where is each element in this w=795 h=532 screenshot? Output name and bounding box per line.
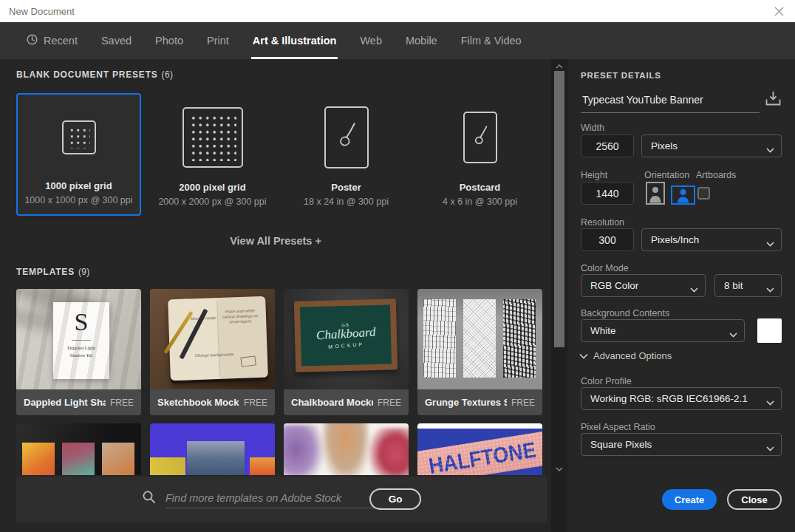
- resolution-unit-value: Pixels/Inch: [651, 234, 699, 245]
- document-name-input[interactable]: [581, 89, 760, 112]
- save-preset-icon[interactable]: [765, 90, 782, 109]
- resolution-unit-dropdown[interactable]: Pixels/Inch: [641, 228, 782, 251]
- tab-photo[interactable]: Photo: [143, 22, 195, 59]
- orientation-label: Orientation: [644, 170, 689, 180]
- preset-card-postcard[interactable]: Postcard 4 x 6 in @ 300 ppi: [417, 93, 542, 216]
- preset-row: 1000 pixel grid 1000 x 1000 px @ 300 ppi…: [16, 93, 542, 216]
- template-card-sketchbook[interactable]: Place your white canvas drawings on smar…: [150, 289, 275, 415]
- height-input[interactable]: [581, 182, 634, 205]
- search-icon: [142, 490, 156, 507]
- width-input[interactable]: [581, 134, 634, 157]
- preset-card-2000-pixel-grid[interactable]: 2000 pixel grid 2000 x 2000 px @ 300 ppi: [150, 93, 275, 216]
- advanced-options-label: Advanced Options: [593, 350, 672, 361]
- template-name: Grunge Textures Set: [425, 397, 507, 408]
- preset-card-1000-pixel-grid[interactable]: 1000 pixel grid 1000 x 1000 px @ 300 ppi: [16, 93, 141, 216]
- artboards-label: Artboards: [696, 170, 736, 180]
- new-document-dialog: New Document Recent Saved Photo Print Ar…: [0, 0, 795, 532]
- pixel-aspect-ratio-value: Square Pixels: [590, 439, 652, 450]
- artboards-checkbox[interactable]: [697, 187, 710, 200]
- resolution-label: Resolution: [581, 217, 624, 228]
- tab-art-illustration[interactable]: Art & Illustration: [241, 22, 349, 59]
- thumb-text: HALFTONE: [427, 437, 538, 475]
- scrollbar[interactable]: [551, 59, 567, 532]
- brush-icon: [324, 106, 369, 168]
- background-contents-value: White: [590, 325, 616, 336]
- tab-film-video[interactable]: Film & Video: [449, 22, 533, 59]
- template-thumbnail: [417, 289, 542, 389]
- thumb-text: MOCKUP: [328, 341, 364, 349]
- pixel-aspect-ratio-dropdown[interactable]: Square Pixels: [581, 433, 782, 456]
- chevron-down-icon: [579, 350, 588, 361]
- template-card-watercolor-washes[interactable]: [284, 423, 409, 475]
- resolution-input[interactable]: [581, 228, 634, 251]
- tab-label: Recent: [44, 35, 78, 47]
- template-card-dappled-light[interactable]: S Dappled Light Shadow Kit Dappled Light…: [16, 289, 141, 415]
- scrollbar-thumb[interactable]: [554, 71, 564, 347]
- tab-mobile[interactable]: Mobile: [394, 22, 449, 59]
- view-all-presets-link[interactable]: View All Presets +: [0, 235, 551, 247]
- tab-label: Photo: [155, 35, 183, 47]
- preset-details-panel: PRESET DETAILS Width Pixels Height Orien…: [567, 59, 795, 532]
- create-button[interactable]: Create: [662, 489, 717, 510]
- grid-icon: [62, 120, 96, 154]
- preset-spec: 18 x 24 in @ 300 ppi: [304, 197, 389, 207]
- orientation-landscape-button[interactable]: [671, 185, 695, 205]
- tab-web[interactable]: Web: [348, 22, 394, 59]
- template-name: Sketchbook Mockup: [157, 397, 239, 408]
- template-card-gradients[interactable]: [16, 423, 141, 475]
- background-color-swatch[interactable]: [757, 318, 782, 343]
- thumb-text: Place your white canvas drawings on smar…: [222, 308, 259, 325]
- tab-label: Film & Video: [461, 35, 522, 47]
- color-profile-dropdown[interactable]: Working RGB: sRGB IEC61966-2.1: [581, 387, 782, 410]
- preset-spec: 2000 x 2000 px @ 300 ppi: [158, 197, 266, 207]
- orientation-portrait-button[interactable]: [646, 182, 665, 205]
- go-button[interactable]: Go: [369, 488, 421, 510]
- tab-label: Saved: [101, 35, 132, 47]
- height-label: Height: [581, 170, 607, 180]
- templates-section-header: TEMPLATES(9): [16, 267, 90, 277]
- templates-count: (9): [78, 267, 90, 277]
- scrollbar-down-icon[interactable]: [551, 464, 567, 474]
- adobe-stock-search-panel: Go: [16, 477, 547, 522]
- width-label: Width: [581, 123, 604, 133]
- template-card-watercolor-square[interactable]: [150, 423, 275, 475]
- presets-count: (6): [162, 69, 174, 80]
- thumb-text: Change backgrounds: [195, 352, 234, 358]
- background-contents-dropdown[interactable]: White: [581, 319, 745, 342]
- pixel-aspect-ratio-label: Pixel Aspect Ratio: [581, 422, 655, 432]
- template-card-grunge[interactable]: Grunge Textures Set FREE: [417, 289, 542, 415]
- color-mode-label: Color Mode: [581, 263, 629, 273]
- close-button[interactable]: Close: [727, 489, 782, 510]
- preset-details-header: PRESET DETAILS: [581, 71, 661, 80]
- chevron-down-icon: [766, 443, 774, 454]
- content-area: BLANK DOCUMENT PRESETS(6) 1000 pixel gri…: [0, 59, 551, 532]
- preset-card-poster[interactable]: Poster 18 x 24 in @ 300 ppi: [284, 93, 409, 216]
- scrollbar-up-icon[interactable]: [551, 61, 567, 72]
- template-thumbnail: Place your white canvas drawings on smar…: [150, 289, 275, 389]
- landscape-icon: [671, 185, 695, 205]
- template-row: S Dappled Light Shadow Kit Dappled Light…: [16, 289, 542, 415]
- portrait-icon: [646, 182, 665, 205]
- template-card-chalkboard[interactable]: GB Chalkboard MOCKUP Chalkboard Mockup F…: [284, 289, 409, 415]
- preset-spec: 4 x 6 in @ 300 ppi: [443, 197, 517, 207]
- tab-label: Web: [360, 35, 382, 47]
- color-mode-dropdown[interactable]: RGB Color: [581, 274, 706, 297]
- tab-label: Art & Illustration: [253, 35, 337, 47]
- preset-name: 1000 pixel grid: [45, 180, 112, 191]
- color-mode-value: RGB Color: [590, 280, 638, 291]
- stock-search-input[interactable]: [166, 488, 381, 508]
- tab-label: Mobile: [406, 35, 437, 47]
- width-unit-dropdown[interactable]: Pixels: [641, 134, 782, 157]
- tab-saved[interactable]: Saved: [89, 22, 143, 59]
- background-contents-label: Background Contents: [581, 308, 669, 318]
- template-card-halftone[interactable]: HALFTONE: [417, 423, 542, 475]
- grid-icon: [182, 107, 243, 168]
- advanced-options-toggle[interactable]: Advanced Options: [579, 350, 672, 361]
- tab-recent[interactable]: Recent: [15, 22, 89, 59]
- bit-depth-value: 8 bit: [724, 280, 743, 291]
- free-badge: FREE: [378, 398, 401, 408]
- bit-depth-dropdown[interactable]: 8 bit: [714, 274, 782, 297]
- close-icon[interactable]: [767, 0, 791, 22]
- templates-header-text: TEMPLATES: [16, 267, 75, 277]
- tab-print[interactable]: Print: [195, 22, 241, 59]
